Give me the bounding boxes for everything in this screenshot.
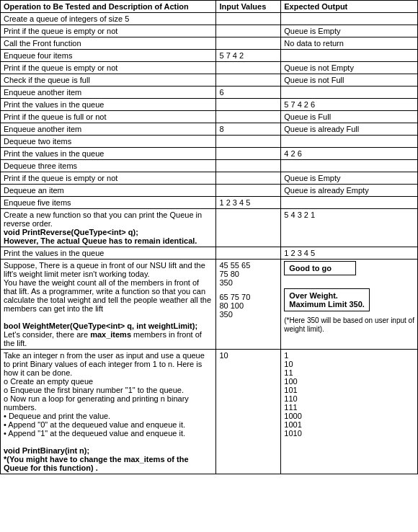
table-row: Dequeue an item Queue is already Empty bbox=[1, 185, 418, 197]
input-cell: 10 bbox=[216, 350, 281, 474]
table-row: Print if the queue is full or not Queue … bbox=[1, 111, 418, 123]
op-cell: Dequeue two items bbox=[1, 136, 216, 148]
output-cell: 5 4 3 2 1 bbox=[281, 209, 418, 247]
input-cell bbox=[216, 148, 281, 160]
table-row: Print the values in the queue 1 2 3 4 5 bbox=[1, 247, 418, 260]
input-cell bbox=[216, 160, 281, 172]
op-cell: Print if the queue is empty or not bbox=[1, 172, 216, 185]
op-cell: Print the values in the queue bbox=[1, 148, 216, 160]
op-cell: Take an integer n from the user as input… bbox=[1, 350, 216, 474]
op-cell: Print if the queue is empty or not bbox=[1, 62, 216, 74]
op-cell: Create a queue of integers of size 5 bbox=[1, 13, 216, 25]
op-cell: Print the values in the queue bbox=[1, 247, 216, 260]
input-cell: 6 bbox=[216, 87, 281, 99]
output-cell bbox=[281, 197, 418, 209]
table-row: Enqueue another item 8 Queue is already … bbox=[1, 123, 418, 136]
table-row: Create a new function so that you can pr… bbox=[1, 209, 418, 247]
input-cell bbox=[216, 247, 281, 260]
output-cell: Queue is Empty bbox=[281, 25, 418, 37]
op-cell: Create a new function so that you can pr… bbox=[1, 209, 216, 247]
output-cell bbox=[281, 13, 418, 25]
table-row: Dequeue three items bbox=[1, 160, 418, 172]
op-cell: Print if the queue is empty or not bbox=[1, 25, 216, 37]
table-row: Take an integer n from the user as input… bbox=[1, 350, 418, 474]
table-row: Check if the queue is full Queue is not … bbox=[1, 74, 418, 87]
output-cell: Good to go Over Weight.Maximum Limit 350… bbox=[281, 260, 418, 350]
header-output: Expected Output bbox=[281, 1, 418, 13]
input-cell bbox=[216, 25, 281, 37]
table-row: Print the values in the queue 4 2 6 bbox=[1, 148, 418, 160]
table-row: Call the Front function No data to retur… bbox=[1, 37, 418, 50]
output-cell: No data to return bbox=[281, 37, 418, 50]
output-cell: Queue is not Empty bbox=[281, 62, 418, 74]
op-cell: Enqueue another item bbox=[1, 123, 216, 136]
op-cell: Enqueue another item bbox=[1, 87, 216, 99]
input-cell: 5 7 4 2 bbox=[216, 50, 281, 62]
input-cell bbox=[216, 62, 281, 74]
output-cell bbox=[281, 136, 418, 148]
table-row: Print if the queue is empty or not Queue… bbox=[1, 25, 418, 37]
table-row: Suppose, There is a queue in front of ou… bbox=[1, 260, 418, 350]
output-cell bbox=[281, 87, 418, 99]
table-row: Dequeue two items bbox=[1, 136, 418, 148]
op-cell: Suppose, There is a queue in front of ou… bbox=[1, 260, 216, 350]
table-row: Print if the queue is empty or not Queue… bbox=[1, 62, 418, 74]
op-cell: Call the Front function bbox=[1, 37, 216, 50]
op-cell: Print if the queue is full or not bbox=[1, 111, 216, 123]
input-cell bbox=[216, 74, 281, 87]
output-cell: Queue is Full bbox=[281, 111, 418, 123]
table-row: Print if the queue is empty or not Queue… bbox=[1, 172, 418, 185]
op-cell: Enqueue five items bbox=[1, 197, 216, 209]
input-cell bbox=[216, 209, 281, 247]
input-cell bbox=[216, 111, 281, 123]
input-cell: 1 2 3 4 5 bbox=[216, 197, 281, 209]
input-cell bbox=[216, 172, 281, 185]
input-cell bbox=[216, 37, 281, 50]
input-cell: 8 bbox=[216, 123, 281, 136]
input-cell bbox=[216, 13, 281, 25]
table-row: Enqueue four items 5 7 4 2 bbox=[1, 50, 418, 62]
output-cell: Queue is already Full bbox=[281, 123, 418, 136]
output-cell: Queue is Empty bbox=[281, 172, 418, 185]
op-cell: Enqueue four items bbox=[1, 50, 216, 62]
op-cell: Check if the queue is full bbox=[1, 74, 216, 87]
output-cell bbox=[281, 160, 418, 172]
table-row: Enqueue another item 6 bbox=[1, 87, 418, 99]
output-cell: Queue is already Empty bbox=[281, 185, 418, 197]
op-cell: Print the values in the queue bbox=[1, 99, 216, 111]
table-row: Enqueue five items 1 2 3 4 5 bbox=[1, 197, 418, 209]
input-cell bbox=[216, 136, 281, 148]
output-cell: 4 2 6 bbox=[281, 148, 418, 160]
table-row: Print the values in the queue 5 7 4 2 6 bbox=[1, 99, 418, 111]
main-table: Operation to Be Tested and Description o… bbox=[0, 0, 418, 474]
input-cell bbox=[216, 99, 281, 111]
output-cell: Queue is not Full bbox=[281, 74, 418, 87]
input-cell: 45 55 6575 80350 65 75 7080 100350 bbox=[216, 260, 281, 350]
op-cell: Dequeue an item bbox=[1, 185, 216, 197]
output-cell: 5 7 4 2 6 bbox=[281, 99, 418, 111]
output-cell: 1 2 3 4 5 bbox=[281, 247, 418, 260]
header-input: Input Values bbox=[216, 1, 281, 13]
output-cell bbox=[281, 50, 418, 62]
op-cell: Dequeue three items bbox=[1, 160, 216, 172]
input-cell bbox=[216, 185, 281, 197]
table-row: Create a queue of integers of size 5 bbox=[1, 13, 418, 25]
output-cell: 11011100101110111100010011010 bbox=[281, 350, 418, 474]
header-operation: Operation to Be Tested and Description o… bbox=[1, 1, 216, 13]
